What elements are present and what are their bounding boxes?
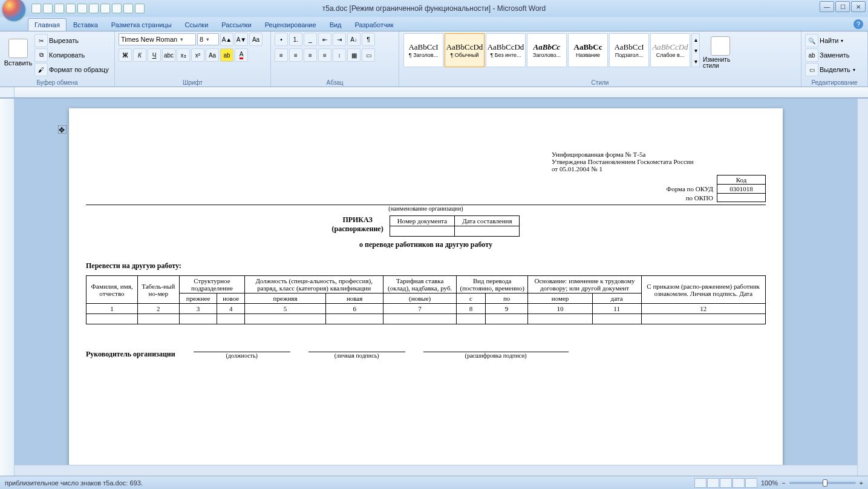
tab-home[interactable]: Главная <box>28 18 67 31</box>
ribbon-tabs: Главная Вставка Разметка страницы Ссылки… <box>0 17 868 31</box>
numbering-button[interactable]: 1. <box>289 33 302 46</box>
indent-dec-button[interactable]: ⇤ <box>318 33 331 46</box>
bullets-button[interactable]: • <box>275 33 288 46</box>
restore-button[interactable]: ☐ <box>835 1 850 12</box>
align-center-button[interactable]: ≡ <box>289 48 302 62</box>
italic-button[interactable]: К <box>133 48 146 62</box>
line-spacing-button[interactable]: ↕ <box>333 48 346 62</box>
tab-developer[interactable]: Разработчик <box>348 18 400 31</box>
document-canvas[interactable]: ✥ Унифицированная форма № Т-5а Утвержден… <box>15 99 868 476</box>
subscript-button[interactable]: x₂ <box>177 48 190 62</box>
change-case-button[interactable]: Aa <box>206 48 219 62</box>
indent-inc-button[interactable]: ⇥ <box>333 33 346 46</box>
qat-icon[interactable] <box>66 4 76 13</box>
select-button[interactable]: ▭Выделить▾ <box>805 63 855 76</box>
shrink-font-button[interactable]: A▼ <box>235 33 248 46</box>
okud-label: Форма по ОКУД <box>661 185 717 194</box>
cut-button[interactable]: ✂Вырезать <box>34 34 109 47</box>
font-size-combo[interactable]: 8▼ <box>197 33 219 45</box>
col-prevf: прежняя <box>245 294 326 304</box>
org-sublabel: (наименование организации) <box>86 205 766 212</box>
find-icon: 🔍 <box>805 34 818 47</box>
format-painter-button[interactable]: 🖌Формат по образцу <box>34 63 109 76</box>
sig-decode-field <box>423 343 569 352</box>
group-styles-label: Стили <box>403 78 797 86</box>
main-table: Фамилия, имя, отчество Табель-ный но-мер… <box>86 275 766 324</box>
highlight-button[interactable]: ab <box>220 48 233 62</box>
zoom-out-button[interactable]: − <box>782 479 785 487</box>
qat-dropdown-icon[interactable] <box>135 4 145 13</box>
zoom-in-button[interactable]: + <box>860 479 863 487</box>
borders-button[interactable]: ▭ <box>362 48 375 62</box>
okpo-label: по ОКПО <box>661 194 717 202</box>
align-right-button[interactable]: ≡ <box>304 48 317 62</box>
align-left-button[interactable]: ≡ <box>275 48 288 62</box>
align-justify-button[interactable]: ≡ <box>318 48 331 62</box>
scrollbar-vertical[interactable] <box>857 99 868 476</box>
close-button[interactable]: ✕ <box>851 1 866 12</box>
superscript-button[interactable]: x² <box>191 48 204 62</box>
qat-icon[interactable] <box>112 4 122 13</box>
font-size-value: 8 <box>200 36 203 43</box>
find-button[interactable]: 🔍Найти▾ <box>805 34 843 47</box>
tab-references[interactable]: Ссылки <box>178 18 215 31</box>
zoom-slider[interactable] <box>789 482 856 484</box>
page[interactable]: ✥ Унифицированная форма № Т-5а Утвержден… <box>69 108 783 476</box>
ruler-horizontal[interactable] <box>0 87 868 98</box>
tab-mailings[interactable]: Рассылки <box>215 18 258 31</box>
style-item[interactable]: AaBbCcНазвание <box>568 33 608 67</box>
change-styles-button[interactable]: Изменить стили <box>702 33 739 73</box>
table-move-handle[interactable]: ✥ <box>58 125 67 134</box>
font-color-button[interactable]: A <box>235 48 248 62</box>
tab-review[interactable]: Рецензирование <box>258 18 323 31</box>
minimize-button[interactable]: — <box>820 1 834 12</box>
qat-icon[interactable] <box>100 4 110 13</box>
view-print-button[interactable] <box>694 478 706 488</box>
underline-button[interactable]: Ч <box>148 48 161 62</box>
style-item[interactable]: AaBbCcIПодзагол... <box>609 33 649 67</box>
font-name-combo[interactable]: Times New Roman▼ <box>119 33 196 45</box>
styles-more-button[interactable]: ▾ <box>692 56 699 67</box>
grow-font-button[interactable]: A▲ <box>220 33 233 46</box>
clear-format-button[interactable]: Aa <box>249 33 263 46</box>
copy-button[interactable]: ⧉Копировать <box>34 48 109 62</box>
view-draft-button[interactable] <box>745 478 757 488</box>
tab-insert[interactable]: Вставка <box>67 18 105 31</box>
ruler-vertical[interactable] <box>0 99 15 476</box>
qat-icon[interactable] <box>77 4 87 13</box>
help-icon[interactable]: ? <box>853 19 863 29</box>
show-marks-button[interactable]: ¶ <box>362 33 375 46</box>
paste-button[interactable]: Вставить <box>4 33 33 73</box>
tab-layout[interactable]: Разметка страницы <box>105 18 178 31</box>
redo-icon[interactable] <box>54 4 64 13</box>
style-item[interactable]: AaBbCcЗаголово... <box>527 33 567 67</box>
bold-button[interactable]: Ж <box>119 48 132 62</box>
strike-button[interactable]: abc <box>162 48 175 62</box>
zoom-value[interactable]: 100% <box>761 479 778 487</box>
ruler-corner[interactable] <box>0 87 15 97</box>
save-icon[interactable] <box>31 4 41 13</box>
doc-subject: о переводе работников на другую работу <box>86 240 766 249</box>
replace-button[interactable]: abЗаменить <box>805 48 849 62</box>
find-label: Найти <box>820 37 838 44</box>
multilevel-button[interactable]: ⎯ <box>304 33 317 46</box>
view-fullscreen-button[interactable] <box>707 478 719 488</box>
styles-down-button[interactable]: ▾ <box>692 45 699 56</box>
font-name-value: Times New Roman <box>121 36 177 43</box>
view-outline-button[interactable] <box>733 478 745 488</box>
col-num-cell: 8 <box>456 304 485 314</box>
styles-up-button[interactable]: ▴ <box>692 34 699 45</box>
style-item[interactable]: AaBbCcDd¶ Обычный <box>445 33 485 67</box>
sort-button[interactable]: A↓ <box>347 33 361 46</box>
style-item[interactable]: AaBbCcDdСлабое в... <box>650 33 690 67</box>
col-num-cell: 6 <box>325 304 383 314</box>
qat-icon[interactable] <box>89 4 99 13</box>
shading-button[interactable]: ▦ <box>347 48 361 62</box>
style-item[interactable]: AaBbCcI¶ Заголов... <box>403 33 443 67</box>
undo-icon[interactable] <box>43 4 53 13</box>
style-item[interactable]: AaBbCcDd¶ Без инте... <box>486 33 526 67</box>
view-web-button[interactable] <box>720 478 732 488</box>
tab-view[interactable]: Вид <box>323 18 348 31</box>
qat-icon[interactable] <box>123 4 133 13</box>
scrollbar-horizontal[interactable] <box>15 465 857 476</box>
